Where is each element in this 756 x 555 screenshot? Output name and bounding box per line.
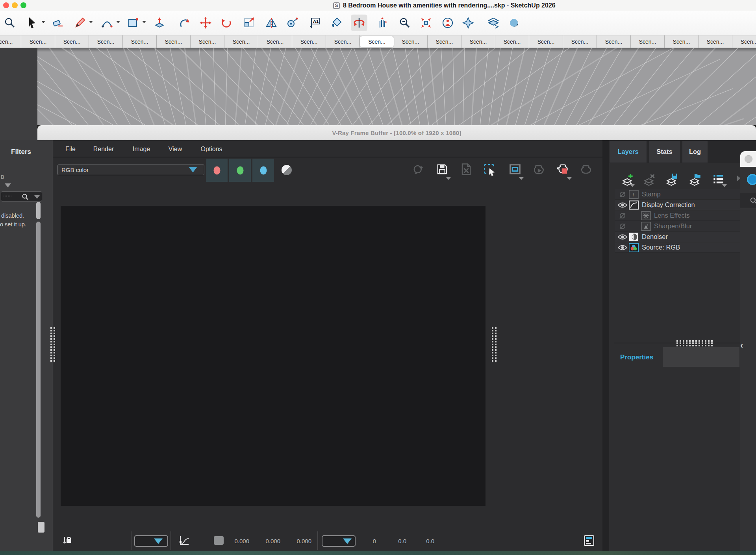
scale-tool[interactable]	[241, 15, 257, 31]
right-window-search[interactable]	[740, 193, 756, 208]
menu-render[interactable]: Render	[93, 144, 114, 154]
select-tool[interactable]	[24, 15, 41, 31]
zoom-tool[interactable]	[2, 15, 18, 31]
filters-corner-button[interactable]	[38, 522, 44, 533]
layer-row-lens-effects[interactable]: Lens Effects	[615, 211, 740, 221]
scene-tab[interactable]: Scen...	[326, 35, 360, 48]
filters-scrollbar-segment[interactable]	[36, 202, 41, 219]
scene-tab[interactable]: Scen...	[394, 35, 428, 48]
scene-tab[interactable]: Scen...	[699, 35, 732, 48]
scene-tab[interactable]: Scen...	[631, 35, 665, 48]
dropdown-arrow-icon[interactable]	[519, 177, 524, 180]
dropdown-arrow-icon[interactable]	[142, 21, 146, 23]
mirror-tool[interactable]	[263, 15, 280, 31]
clear-image-icon[interactable]	[457, 161, 474, 178]
raw-checkbox[interactable]	[214, 536, 224, 545]
region-render-icon[interactable]	[481, 161, 498, 178]
zoom-extents-tool[interactable]	[418, 15, 434, 31]
scene-tab[interactable]: Scen...	[529, 35, 563, 48]
position-camera-tool[interactable]	[439, 15, 456, 31]
scene-tab[interactable]: Scen...	[123, 35, 157, 48]
left-splitter-grip[interactable]	[50, 327, 56, 363]
filters-dropdown-icon[interactable]	[5, 183, 11, 187]
green-channel-button[interactable]	[229, 159, 251, 182]
dropdown-arrow-icon[interactable]	[446, 177, 451, 180]
text-tool[interactable]: A1	[306, 15, 323, 31]
zoom-button[interactable]	[20, 2, 26, 8]
visibility-toggle-icon[interactable]	[617, 223, 628, 230]
visibility-toggle-icon[interactable]	[617, 191, 628, 198]
scene-tab[interactable]: Scen...	[89, 35, 123, 48]
panel-splitter-grip[interactable]	[676, 340, 713, 346]
scene-tab[interactable]: Scen...	[360, 36, 394, 47]
crop-region-icon[interactable]	[506, 161, 524, 178]
sketchup-viewport[interactable]	[0, 48, 756, 125]
paint-bucket-tool[interactable]	[328, 15, 345, 31]
section-plane-tool[interactable]	[485, 15, 502, 31]
scene-tab[interactable]: Scen...	[428, 35, 461, 48]
scene-tab[interactable]: Scen...	[563, 35, 597, 48]
scene-tab[interactable]: Scen...	[665, 35, 699, 48]
menu-image[interactable]: Image	[133, 144, 150, 154]
pan-tool[interactable]	[374, 15, 391, 31]
denoise-icon[interactable]	[410, 161, 427, 178]
grayscale-toggle-icon[interactable]	[282, 165, 292, 175]
filters-search-input[interactable]	[1, 191, 42, 202]
visibility-toggle-icon[interactable]	[617, 212, 628, 219]
scene-tab[interactable]: Scen...	[21, 35, 55, 48]
layer-row-source-rgb[interactable]: Source: RGB	[615, 242, 740, 253]
push-pull-tool[interactable]	[151, 15, 168, 31]
tab-stats[interactable]: Stats	[649, 141, 680, 163]
zoom-window-tool[interactable]	[397, 15, 413, 31]
scene-tab[interactable]: Scen...	[0, 35, 21, 48]
save-image-icon[interactable]	[434, 161, 451, 178]
scene-tab[interactable]: Scen...	[732, 35, 756, 48]
load-layers-icon[interactable]	[686, 171, 704, 187]
scene-tab[interactable]: Scen...	[224, 35, 258, 48]
minimize-button[interactable]	[12, 2, 18, 8]
scene-tab[interactable]: Scen...	[157, 35, 191, 48]
scene-tab[interactable]: Scen...	[191, 35, 224, 48]
pixel-lock-icon[interactable]	[63, 536, 72, 547]
layer-row-sharpen-blur[interactable]: Sharpen/Blur	[615, 221, 740, 231]
close-button[interactable]	[3, 2, 9, 8]
tab-log[interactable]: Log	[682, 141, 708, 163]
rectangle-tool[interactable]	[125, 15, 141, 31]
render-icon[interactable]	[554, 161, 572, 178]
render-last-icon[interactable]	[530, 161, 547, 178]
color-mode-select[interactable]	[322, 535, 356, 547]
red-channel-button[interactable]	[206, 159, 228, 182]
layer-row-denoiser[interactable]: Denoiser	[615, 232, 740, 242]
layer-row-display-correction[interactable]: Display Correction	[615, 200, 740, 210]
dropdown-arrow-icon[interactable]	[41, 21, 45, 23]
save-layers-icon[interactable]	[663, 171, 681, 187]
dropdown-arrow-icon[interactable]	[89, 21, 93, 23]
orbit-tool[interactable]	[351, 15, 367, 31]
scene-tab[interactable]: Scen...	[55, 35, 89, 48]
layer-row-stamp[interactable]: iStamp	[615, 189, 740, 200]
dropdown-arrow-icon[interactable]	[116, 21, 120, 23]
scene-tab[interactable]: Scen...	[597, 35, 631, 48]
menu-view[interactable]: View	[169, 144, 182, 154]
right-splitter-grip[interactable]	[492, 327, 498, 363]
menu-file[interactable]: File	[65, 144, 76, 154]
properties-field[interactable]	[663, 347, 739, 367]
channel-select[interactable]: RGB color	[57, 165, 204, 175]
dropdown-arrow-icon[interactable]	[567, 177, 572, 180]
scene-tab[interactable]: Scen...	[461, 35, 495, 48]
scene-tab[interactable]: Scen...	[495, 35, 529, 48]
collapse-panel-chevron[interactable]: ‹	[740, 341, 748, 350]
visibility-toggle-icon[interactable]	[617, 244, 628, 251]
menu-options[interactable]: Options	[200, 144, 222, 154]
render-image[interactable]	[61, 206, 485, 506]
vray-frame-buffer-titlebar[interactable]: V-Ray Frame Buffer - [100.0% of 1920 x 1…	[37, 125, 756, 140]
right-window-traffic-light[interactable]	[745, 155, 752, 163]
pixel-ratio-select[interactable]	[134, 535, 168, 547]
arc-tool[interactable]	[99, 15, 115, 31]
blue-channel-button[interactable]	[252, 159, 274, 182]
scene-tab[interactable]: Scen...	[258, 35, 292, 48]
stat-panel-icon[interactable]	[584, 535, 594, 546]
follow-me-tool[interactable]	[176, 15, 193, 31]
scene-tab[interactable]: Scen...	[292, 35, 326, 48]
tape-measure-tool[interactable]	[284, 15, 300, 31]
